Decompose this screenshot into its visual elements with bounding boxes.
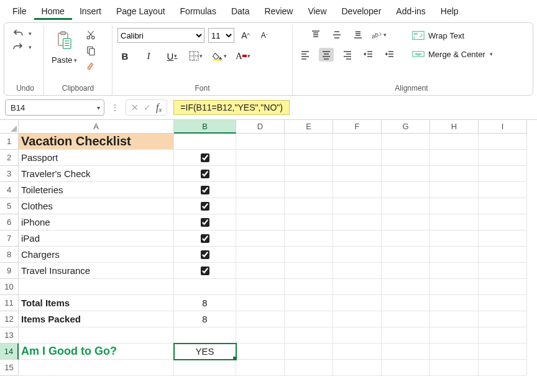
font-color-button[interactable]: A▾ [236, 49, 250, 63]
row-header[interactable]: 15 [0, 360, 19, 376]
menu-help[interactable]: Help [433, 2, 466, 20]
cell[interactable] [174, 150, 236, 166]
formula-bar[interactable]: =IF(B11=B12,"YES","NO") [173, 100, 290, 115]
cell[interactable] [430, 279, 479, 295]
cell[interactable] [285, 295, 333, 311]
wrap-text-button[interactable]: abc Wrap Text [408, 29, 468, 42]
cell[interactable] [236, 214, 285, 230]
cell[interactable] [285, 327, 333, 344]
cell[interactable] [285, 134, 333, 150]
cell[interactable] [382, 230, 430, 247]
copy-button[interactable] [83, 44, 98, 58]
cell[interactable] [479, 327, 527, 344]
row-header[interactable]: 8 [0, 247, 19, 263]
cell[interactable] [174, 182, 236, 198]
cell[interactable]: Items Packed [19, 311, 174, 327]
cell[interactable] [382, 247, 430, 263]
row-header[interactable]: 5 [0, 198, 19, 214]
checkbox[interactable] [201, 186, 209, 194]
italic-button[interactable]: I [141, 49, 156, 63]
cell[interactable] [430, 311, 479, 327]
cell[interactable] [382, 182, 430, 198]
cell[interactable] [236, 360, 285, 376]
cell[interactable] [333, 182, 382, 198]
cell[interactable] [174, 230, 236, 247]
cell[interactable] [333, 166, 382, 182]
cell[interactable] [333, 263, 382, 279]
cell[interactable] [174, 166, 236, 182]
cell[interactable] [333, 230, 382, 247]
cell[interactable] [285, 230, 333, 247]
cell[interactable] [430, 263, 479, 279]
font-size-select[interactable]: 11 [208, 28, 234, 43]
increase-indent-button[interactable] [382, 48, 397, 62]
cell[interactable] [430, 344, 479, 360]
cell[interactable]: Travel Insurance [19, 263, 174, 279]
row-header[interactable]: 7 [0, 230, 19, 247]
checkbox[interactable] [201, 250, 209, 259]
cell[interactable] [479, 166, 527, 182]
cell[interactable] [285, 166, 333, 182]
cell[interactable] [382, 166, 430, 182]
cell[interactable] [333, 279, 382, 295]
column-header-F[interactable]: F [333, 120, 382, 134]
checkbox[interactable] [201, 267, 209, 275]
cell[interactable] [236, 134, 285, 150]
fx-icon[interactable]: fx [156, 102, 162, 113]
cell[interactable]: Am I Good to Go? [19, 344, 174, 360]
cell[interactable] [174, 214, 236, 230]
cell[interactable] [333, 247, 382, 263]
cell[interactable] [236, 198, 285, 214]
column-header-B[interactable]: B [174, 120, 236, 134]
cell[interactable]: Total Items [19, 295, 174, 311]
column-header-A[interactable]: A [19, 120, 174, 134]
chevron-down-icon[interactable]: ▾ [29, 30, 32, 37]
paste-button[interactable]: Paste ▾ [49, 28, 80, 66]
cell[interactable] [382, 150, 430, 166]
menu-home[interactable]: Home [34, 2, 72, 20]
cell[interactable] [333, 134, 382, 150]
cell[interactable] [174, 327, 236, 344]
align-middle-button[interactable] [329, 28, 344, 42]
cell[interactable] [333, 327, 382, 344]
chevron-down-icon[interactable]: ▾ [29, 44, 32, 50]
cell[interactable] [382, 214, 430, 230]
cell[interactable] [19, 360, 174, 376]
cell[interactable] [333, 344, 382, 360]
menu-data[interactable]: Data [224, 2, 257, 20]
cell[interactable] [174, 279, 236, 295]
cell[interactable] [382, 198, 430, 214]
cell[interactable] [382, 295, 430, 311]
cell[interactable] [285, 279, 333, 295]
cell[interactable] [430, 182, 479, 198]
row-header[interactable]: 2 [0, 150, 19, 166]
cell[interactable] [479, 263, 527, 279]
menu-file[interactable]: File [5, 2, 34, 20]
menu-view[interactable]: View [300, 2, 334, 20]
cell[interactable] [333, 198, 382, 214]
underline-button[interactable]: U▾ [165, 49, 180, 63]
row-header[interactable]: 14 [0, 344, 19, 360]
row-header[interactable]: 10 [0, 279, 19, 295]
cell[interactable] [236, 230, 285, 247]
cell[interactable] [382, 344, 430, 360]
font-name-select[interactable]: Calibri [117, 28, 204, 43]
checkbox[interactable] [201, 234, 209, 243]
row-header[interactable]: 9 [0, 263, 19, 279]
merge-center-button[interactable]: a Merge & Center ▾ [408, 48, 497, 60]
cell[interactable] [333, 150, 382, 166]
format-painter-button[interactable] [83, 60, 98, 74]
cell[interactable] [236, 311, 285, 327]
cell[interactable]: Vacation Checklist [19, 134, 174, 150]
cell[interactable]: Traveler's Check [19, 166, 174, 182]
cell[interactable] [333, 295, 382, 311]
cell[interactable] [236, 295, 285, 311]
cell[interactable] [285, 360, 333, 376]
menu-developer[interactable]: Developer [334, 2, 389, 20]
cell[interactable] [236, 247, 285, 263]
cell[interactable]: Clothes [19, 198, 174, 214]
cell[interactable] [479, 344, 527, 360]
cell[interactable] [382, 279, 430, 295]
cell[interactable] [479, 134, 527, 150]
align-left-button[interactable] [298, 48, 313, 62]
